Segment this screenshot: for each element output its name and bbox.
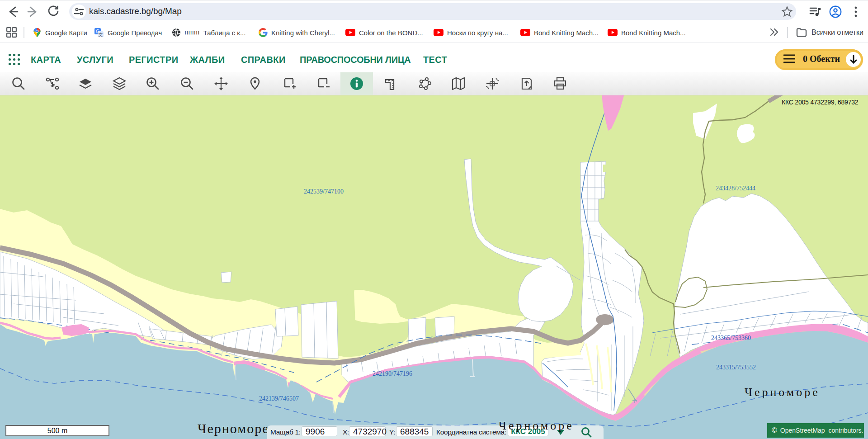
svg-text:文: 文 bbox=[99, 32, 103, 37]
